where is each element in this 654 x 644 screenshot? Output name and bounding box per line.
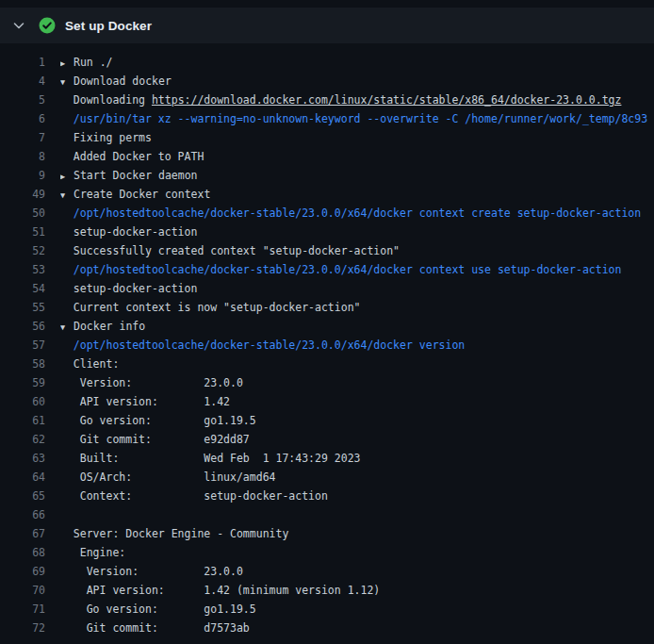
log-line: 62 Git commit: e92dd87 — [0, 430, 654, 449]
log-group-toggle[interactable]: ▶Start Docker daemon — [60, 166, 654, 185]
line-number[interactable]: 72 — [0, 619, 45, 637]
group-arrow-icon[interactable]: ▼ — [60, 186, 74, 204]
log-line: 1▶Run ./ — [0, 53, 654, 72]
log-text-segment: Git commit: d7573ab — [60, 621, 250, 635]
log-text: OS/Arch: linux/amd64 — [60, 468, 654, 487]
log-line: 66 — [0, 505, 654, 524]
line-number[interactable]: 66 — [0, 505, 45, 524]
log-line: 71 Go version: go1.19.5 — [0, 600, 654, 619]
line-number[interactable]: 49 — [0, 185, 45, 204]
log-text: Context: setup-docker-action — [60, 487, 654, 505]
log-line: 52 Successfully created context "setup-d… — [0, 241, 654, 260]
line-number[interactable]: 64 — [0, 468, 45, 487]
group-arrow-icon[interactable]: ▶ — [60, 167, 74, 185]
log-text-segment: Fixing perms — [60, 131, 152, 144]
line-number[interactable]: 62 — [0, 430, 45, 449]
line-number[interactable]: 58 — [0, 355, 45, 373]
log-line: 5 Downloading https://download.docker.co… — [0, 91, 654, 109]
log-text: Git commit: e92dd87 — [60, 430, 654, 449]
group-arrow-icon[interactable]: ▶ — [60, 54, 74, 72]
line-number[interactable]: 9 — [0, 166, 45, 185]
log-link[interactable]: https://download.docker.com/linux/static… — [152, 93, 622, 107]
line-number[interactable]: 70 — [0, 581, 45, 600]
chevron-down-icon[interactable] — [11, 18, 26, 33]
log-line: 61 Go version: go1.19.5 — [0, 411, 654, 430]
log-text — [60, 505, 654, 524]
line-number[interactable]: 7 — [0, 128, 45, 147]
line-number[interactable]: 4 — [0, 72, 45, 91]
log-line: 56▼Docker info — [0, 317, 654, 336]
line-number[interactable]: 55 — [0, 298, 45, 317]
line-number[interactable]: 54 — [0, 279, 45, 298]
log-line: 69 Version: 23.0.0 — [0, 562, 654, 581]
log-text-segment: Go version: go1.19.5 — [60, 414, 256, 427]
log-line: 4▼Download docker — [0, 72, 654, 91]
log-text: Current context is now "setup-docker-act… — [60, 298, 654, 317]
log-text: Go version: go1.19.5 — [60, 411, 654, 430]
line-number[interactable]: 52 — [0, 241, 45, 260]
group-arrow-icon[interactable]: ▼ — [60, 318, 74, 336]
line-number[interactable]: 6 — [0, 109, 45, 128]
log-text: Version: 23.0.0 — [60, 562, 654, 581]
log-text-segment: Go version: go1.19.5 — [60, 603, 256, 616]
log-text: Go version: go1.19.5 — [60, 600, 654, 619]
log-text-segment: Git commit: e92dd87 — [60, 433, 250, 446]
line-number[interactable]: 65 — [0, 487, 45, 505]
line-number[interactable]: 50 — [0, 204, 45, 223]
log-line: 63 Built: Wed Feb 1 17:43:29 2023 — [0, 449, 654, 468]
log-text-segment: Start Docker daemon — [74, 169, 198, 182]
log-text-segment: setup-docker-action — [60, 225, 197, 239]
command-text: /usr/bin/tar xz --warning=no-unknown-key… — [60, 112, 647, 125]
log-line: 8 Added Docker to PATH — [0, 147, 654, 166]
log-line: 68 Engine: — [0, 543, 654, 562]
log-line: 67 Server: Docker Engine - Community — [0, 524, 654, 543]
command-text: /opt/hostedtoolcache/docker-stable/23.0.… — [60, 263, 621, 276]
log-text: /usr/bin/tar xz --warning=no-unknown-key… — [60, 109, 654, 128]
line-number[interactable]: 8 — [0, 147, 45, 166]
log-text: Git commit: d7573ab — [60, 619, 654, 637]
line-number[interactable]: 71 — [0, 600, 45, 619]
line-number[interactable]: 68 — [0, 543, 45, 562]
line-number[interactable]: 51 — [0, 223, 45, 241]
log-line: 53 /opt/hostedtoolcache/docker-stable/23… — [0, 260, 654, 279]
line-number[interactable]: 60 — [0, 392, 45, 411]
line-number[interactable]: 59 — [0, 373, 45, 392]
line-number[interactable]: 5 — [0, 91, 45, 109]
log-text-segment: Version: 23.0.0 — [60, 376, 243, 389]
log-text: setup-docker-action — [60, 279, 654, 298]
line-number[interactable]: 53 — [0, 260, 45, 279]
line-number[interactable]: 61 — [0, 411, 45, 430]
log-text: Built: Wed Feb 1 17:43:29 2023 — [60, 449, 654, 468]
log-text-segment: Run ./ — [74, 56, 113, 69]
log-text: API version: 1.42 — [60, 392, 654, 411]
log-lines: 1▶Run ./4▼Download docker5 Downloading h… — [0, 43, 654, 637]
log-text-segment: Docker info — [74, 320, 145, 333]
log-line: 6 /usr/bin/tar xz --warning=no-unknown-k… — [0, 109, 654, 128]
log-text-segment: setup-docker-action — [60, 282, 197, 295]
line-number[interactable]: 63 — [0, 449, 45, 468]
line-number[interactable]: 67 — [0, 524, 45, 543]
line-number[interactable]: 1 — [0, 53, 45, 72]
log-group-toggle[interactable]: ▼Create Docker context — [60, 185, 654, 204]
log-text-segment: API version: 1.42 — [60, 395, 230, 408]
command-text: /opt/hostedtoolcache/docker-stable/23.0.… — [60, 206, 641, 220]
log-line: 72 Git commit: d7573ab — [0, 619, 654, 637]
log-group-toggle[interactable]: ▶Run ./ — [60, 53, 654, 72]
log-text-segment: Current context is now "setup-docker-act… — [60, 301, 361, 314]
line-number[interactable]: 57 — [0, 336, 45, 355]
log-text-segment: API version: 1.42 (minimum version 1.12) — [60, 584, 380, 597]
step-header[interactable]: Set up Docker — [0, 8, 654, 43]
log-text-segment: Create Docker context — [74, 188, 210, 201]
log-line: 51 setup-docker-action — [0, 223, 654, 241]
log-group-toggle[interactable]: ▼Download docker — [60, 72, 654, 91]
log-text-segment: Engine: — [60, 546, 125, 559]
log-text: /opt/hostedtoolcache/docker-stable/23.0.… — [60, 204, 654, 223]
log-text: Added Docker to PATH — [60, 147, 654, 166]
line-number[interactable]: 69 — [0, 562, 45, 581]
group-arrow-icon[interactable]: ▼ — [60, 73, 74, 91]
line-number[interactable]: 56 — [0, 317, 45, 336]
log-text-segment: Added Docker to PATH — [60, 150, 204, 163]
log-group-toggle[interactable]: ▼Docker info — [60, 317, 654, 336]
log-text-segment: Download docker — [74, 74, 172, 88]
log-text: /opt/hostedtoolcache/docker-stable/23.0.… — [60, 260, 654, 279]
